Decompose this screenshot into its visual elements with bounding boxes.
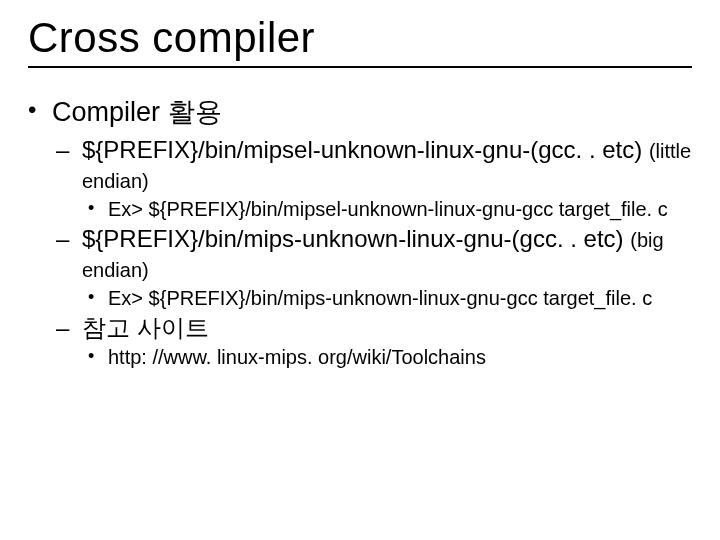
bullet-list-level-3: http: //www. linux-mips. org/wiki/Toolch…	[82, 345, 692, 370]
bullet-list-level-3: Ex> ${PREFIX}/bin/mipsel-unknown-linux-g…	[82, 197, 692, 222]
bullet-text: Compiler 활용	[52, 97, 222, 127]
bullet-list-level-2: ${PREFIX}/bin/mipsel-unknown-linux-gnu-(…	[52, 135, 692, 370]
bullet-mips-example: Ex> ${PREFIX}/bin/mips-unknown-linux-gnu…	[82, 286, 692, 311]
bullet-reference-site: 참고 사이트 http: //www. linux-mips. org/wiki…	[52, 313, 692, 370]
bullet-text: http: //www. linux-mips. org/wiki/Toolch…	[108, 346, 486, 368]
bullet-mipsel-path: ${PREFIX}/bin/mipsel-unknown-linux-gnu-(…	[52, 135, 692, 222]
bullet-text: 참고 사이트	[82, 314, 209, 341]
bullet-mips-path: ${PREFIX}/bin/mips-unknown-linux-gnu-(gc…	[52, 224, 692, 311]
bullet-compiler-usage: Compiler 활용 ${PREFIX}/bin/mipsel-unknown…	[28, 94, 692, 369]
bullet-text: ${PREFIX}/bin/mips-unknown-linux-gnu-(gc…	[82, 225, 624, 252]
bullet-list-level-3: Ex> ${PREFIX}/bin/mips-unknown-linux-gnu…	[82, 286, 692, 311]
bullet-list-level-1: Compiler 활용 ${PREFIX}/bin/mipsel-unknown…	[28, 94, 692, 369]
bullet-text: Ex> ${PREFIX}/bin/mipsel-unknown-linux-g…	[108, 198, 668, 220]
slide-title: Cross compiler	[28, 14, 692, 68]
bullet-reference-url: http: //www. linux-mips. org/wiki/Toolch…	[82, 345, 692, 370]
bullet-mipsel-example: Ex> ${PREFIX}/bin/mipsel-unknown-linux-g…	[82, 197, 692, 222]
bullet-text: Ex> ${PREFIX}/bin/mips-unknown-linux-gnu…	[108, 287, 652, 309]
bullet-text: ${PREFIX}/bin/mipsel-unknown-linux-gnu-(…	[82, 136, 642, 163]
slide: Cross compiler Compiler 활용 ${PREFIX}/bin…	[0, 0, 720, 540]
